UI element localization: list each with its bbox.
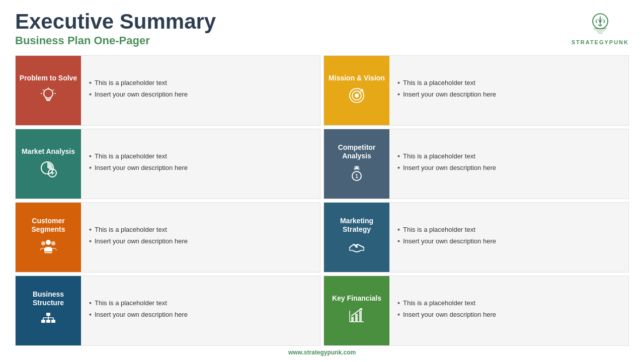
- list-item: Insert your own description here: [89, 237, 312, 245]
- target-icon: [348, 86, 366, 107]
- card-market-title: Market Analysis: [22, 147, 75, 156]
- card-market: Market Analysis This is a placeholder te…: [15, 129, 320, 199]
- card-customer-content: This is a placeholder text Insert your o…: [81, 203, 320, 272]
- list-item: This is a placeholder text: [397, 299, 620, 307]
- svg-point-18: [46, 240, 51, 245]
- list-item: Insert your own description here: [89, 311, 312, 318]
- card-business-title: Business Structure: [19, 290, 78, 307]
- card-marketing-content: This is a placeholder text Insert your o…: [389, 203, 628, 272]
- svg-line-6: [53, 89, 54, 90]
- card-competitor-title: Competitor Analysis: [327, 143, 386, 160]
- svg-point-11: [355, 94, 359, 98]
- svg-rect-28: [41, 320, 45, 323]
- list-item: Insert your own description here: [397, 90, 620, 98]
- card-customer-label: Customer Segments: [16, 203, 81, 272]
- card-business: Business Structure: [15, 276, 320, 346]
- footer-url: www.strategypunk.com: [288, 349, 356, 356]
- org-chart-icon: [39, 311, 57, 331]
- card-customer: Customer Segments: [15, 202, 320, 273]
- list-item: This is a placeholder text: [89, 299, 312, 307]
- lightbulb-icon: [39, 86, 57, 107]
- svg-rect-30: [51, 320, 55, 323]
- list-item: This is a placeholder text: [89, 226, 312, 233]
- header: Executive Summary Business Plan One-Page…: [15, 10, 629, 47]
- list-item: Insert your own description here: [397, 311, 620, 318]
- page: Executive Summary Business Plan One-Page…: [0, 0, 644, 362]
- main-title: Executive Summary: [15, 10, 216, 33]
- chart-icon: [39, 160, 57, 180]
- footer: www.strategypunk.com: [15, 346, 629, 357]
- card-problem-title: Problem to Solve: [20, 74, 77, 82]
- card-financials-title: Key Financials: [332, 294, 381, 303]
- card-mission: Mission & Vision This is a placeholder t…: [324, 55, 629, 126]
- svg-line-5: [43, 89, 44, 90]
- svg-rect-27: [46, 313, 50, 316]
- list-item: Insert your own description here: [397, 164, 620, 171]
- card-financials-label: Key Financials: [324, 276, 389, 345]
- svg-point-2: [44, 89, 53, 98]
- card-mission-title: Mission & Vision: [329, 74, 385, 82]
- card-problem-label: Problem to Solve: [16, 56, 81, 125]
- people-icon: [39, 237, 57, 258]
- growth-chart-icon: [348, 307, 366, 327]
- list-item: This is a placeholder text: [397, 152, 620, 160]
- svg-text:1: 1: [355, 173, 358, 179]
- card-business-label: Business Structure: [16, 276, 81, 345]
- svg-point-20: [51, 241, 55, 245]
- card-financials: Key Financials This is a placeholder: [324, 276, 629, 346]
- list-item: Insert your own description here: [89, 164, 312, 171]
- logo-area: STRATEGYPUNK: [572, 12, 629, 45]
- card-competitor-content: This is a placeholder text Insert your o…: [389, 129, 628, 199]
- svg-point-19: [41, 241, 45, 245]
- card-business-content: This is a placeholder text Insert your o…: [81, 276, 320, 345]
- card-competitor-label: Competitor Analysis 1: [324, 129, 389, 199]
- list-item: This is a placeholder text: [89, 152, 312, 160]
- card-competitor: Competitor Analysis 1 This is a placehol…: [324, 129, 629, 199]
- cards-grid: Problem to Solve This i: [15, 55, 629, 346]
- header-left: Executive Summary Business Plan One-Page…: [15, 10, 216, 47]
- card-market-label: Market Analysis: [16, 129, 81, 199]
- list-item: Insert your own description here: [397, 237, 620, 245]
- list-item: This is a placeholder text: [397, 226, 620, 233]
- logo-icon: [588, 12, 613, 37]
- card-problem-content: This is a placeholder text Insert your o…: [81, 56, 320, 125]
- card-customer-title: Customer Segments: [19, 217, 78, 234]
- card-marketing-label: Marketing Strategy: [324, 203, 389, 272]
- card-mission-content: This is a placeholder text Insert your o…: [389, 56, 628, 125]
- medal-icon: 1: [348, 164, 366, 185]
- card-market-content: This is a placeholder text Insert your o…: [81, 129, 320, 199]
- svg-rect-39: [355, 314, 358, 322]
- list-item: This is a placeholder text: [397, 79, 620, 86]
- card-mission-label: Mission & Vision: [324, 56, 389, 125]
- svg-point-26: [356, 246, 358, 248]
- svg-rect-25: [45, 252, 51, 253]
- card-problem: Problem to Solve This i: [15, 55, 320, 126]
- card-financials-content: This is a placeholder text Insert your o…: [389, 276, 628, 345]
- sub-title: Business Plan One-Pager: [15, 34, 216, 47]
- logo-text: STRATEGYPUNK: [572, 39, 629, 45]
- svg-point-1: [599, 20, 601, 23]
- list-item: Insert your own description here: [89, 90, 312, 98]
- svg-rect-29: [46, 320, 50, 323]
- list-item: This is a placeholder text: [89, 79, 312, 86]
- card-marketing: Marketing Strategy This is a placeholder…: [324, 202, 629, 273]
- card-marketing-title: Marketing Strategy: [327, 217, 386, 234]
- handshake-icon: [348, 237, 366, 258]
- svg-rect-38: [351, 317, 354, 322]
- svg-rect-40: [359, 311, 362, 322]
